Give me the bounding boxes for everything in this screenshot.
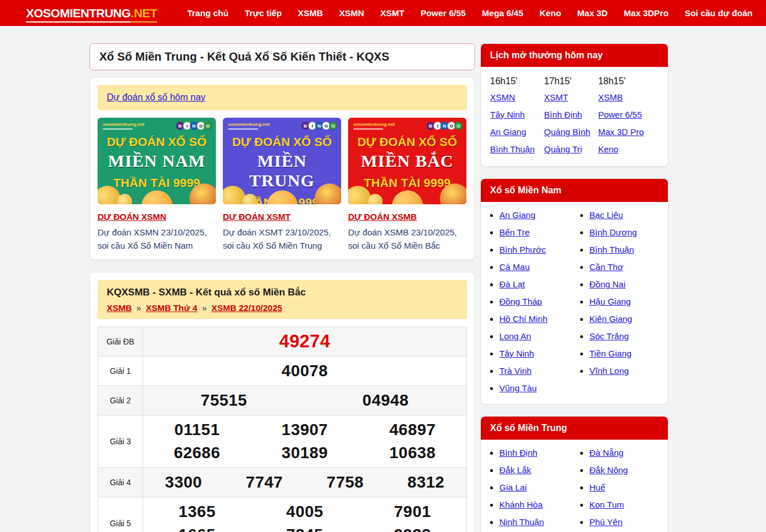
province-link[interactable]: Tiền Giang — [589, 349, 632, 358]
result-number: 8312 — [386, 471, 466, 494]
schedule-link[interactable]: Quảng Bình — [544, 127, 599, 137]
province-link[interactable]: An Giang — [499, 210, 536, 220]
province-link[interactable]: Đà Nẵng — [589, 448, 623, 458]
region-south-card: Xổ số Miền Nam An GiangBến TreBình Phước… — [480, 178, 668, 404]
province-link[interactable]: Bến Tre — [499, 227, 530, 237]
schedule-link[interactable]: Keno — [598, 144, 659, 154]
province-link[interactable]: Bình Phước — [499, 245, 546, 254]
schedule-link[interactable]: Tây Ninh — [490, 110, 544, 119]
province-link[interactable]: Kiên Giang — [589, 314, 632, 324]
prediction-caption-link[interactable]: DỰ ĐOÁN XSMN — [98, 212, 166, 222]
schedule-card-title: Lịch mở thưởng hôm nay — [481, 44, 668, 67]
nav-item[interactable]: Max 3DPro — [616, 1, 677, 25]
prediction-caption: DỰ ĐOÁN XSMNDự đoán XSMN 23/10/2025, soi… — [98, 212, 216, 252]
province-link[interactable]: Bạc Liêu — [589, 210, 623, 220]
result-number-line: 7551504948 — [143, 389, 466, 412]
schedule-link[interactable]: XSMN — [490, 92, 544, 102]
nav-item[interactable]: Quay thử — [761, 1, 766, 25]
top-navigation-bar: XOSOMIENTRUNG.NET Trang chủTrực tiếpXSMB… — [0, 0, 766, 26]
banner-image[interactable]: xosomientrung.netBINGODỰ ĐOÁN XỔ SỐMIỀN … — [348, 118, 466, 204]
schedule-column: 18h15'XSMBPower 6/55Max 3D ProKeno — [598, 76, 659, 162]
prediction-caption-link[interactable]: DỰ ĐOÁN XSMB — [348, 212, 417, 222]
site-logo-suffix: .NET — [130, 6, 157, 23]
province-list-item: Gia Lai — [499, 482, 573, 492]
province-link[interactable]: Vĩnh Long — [589, 366, 629, 376]
page-content: Xổ Số Miền Trung - Kết Quả Xổ Số Kiến Th… — [0, 26, 766, 532]
result-row-label: Giải 3 — [98, 415, 143, 467]
nav-item[interactable]: Max 3D — [569, 1, 616, 25]
province-list-item: Đà Lạt — [499, 279, 573, 289]
bingo-balls-icon: BINGO — [177, 122, 212, 130]
results-title: KQXSMB - SXMB - Kết quả xổ số Miền Bắc — [107, 287, 458, 298]
nav-item[interactable]: Keno — [532, 1, 570, 25]
province-link[interactable]: Đắk Nông — [589, 465, 628, 475]
banner-line2: MIỀN NAM — [98, 151, 216, 171]
province-link[interactable]: Bình Dương — [589, 227, 637, 237]
province-list-item: Cà Mau — [499, 262, 573, 272]
nav-item[interactable]: Soi cầu dự đoán — [677, 1, 761, 25]
province-link[interactable]: Trà Vinh — [499, 366, 532, 376]
nav-item[interactable]: XSMN — [331, 1, 372, 25]
schedule-link[interactable]: Quảng Trị — [544, 144, 599, 154]
province-list-item: Bình Thuận — [589, 245, 663, 254]
schedule-link[interactable]: Bình Thuận — [490, 144, 544, 154]
province-link[interactable]: Cà Mau — [499, 262, 530, 272]
province-link[interactable]: Đồng Nai — [589, 279, 626, 289]
banner-image[interactable]: xosomientrung.netBINGODỰ ĐOÁN XỔ SỐMIỀN … — [98, 118, 216, 204]
breadcrumb-link[interactable]: XSMB 22/10/2025 — [211, 303, 282, 313]
province-link[interactable]: Vũng Tàu — [499, 383, 537, 393]
prediction-caption-link[interactable]: DỰ ĐOÁN XSMT — [223, 212, 290, 222]
province-link[interactable]: Hậu Giang — [589, 297, 631, 306]
result-row-values: 40078 — [143, 357, 466, 385]
province-link[interactable]: Cần Thơ — [589, 262, 623, 272]
nav-item[interactable]: Trang chủ — [179, 1, 237, 25]
banner-image[interactable]: xosomientrung.netBINGODỰ ĐOÁN XỔ SỐMIỀN … — [223, 118, 341, 204]
province-link[interactable]: Phú Yên — [589, 517, 622, 527]
province-link[interactable]: Gia Lai — [499, 482, 527, 492]
province-link[interactable]: Đồng Tháp — [499, 297, 542, 306]
banner-line1: DỰ ĐOÁN XỔ SỐ — [223, 135, 341, 149]
schedule-link[interactable]: An Giang — [490, 127, 544, 137]
province-link[interactable]: Hồ Chí Minh — [499, 314, 547, 324]
schedule-link[interactable]: XSMB — [598, 92, 659, 102]
page-title: Xổ Số Miền Trung - Kết Quả Xổ Số Kiến Th… — [89, 43, 475, 70]
nav-item[interactable]: XSMB — [290, 1, 331, 25]
schedule-link[interactable]: XSMT — [544, 92, 599, 102]
province-link[interactable]: Ninh Thuận — [499, 517, 544, 527]
bingo-ball-icon: O — [204, 122, 212, 130]
province-link[interactable]: Khánh Hòa — [499, 500, 543, 509]
banner-watermark: xosomientrung.net — [228, 122, 270, 130]
nav-item[interactable]: XSMT — [372, 1, 413, 25]
prediction-captions: DỰ ĐOÁN XSMNDự đoán XSMN 23/10/2025, soi… — [98, 212, 467, 252]
breadcrumb-link[interactable]: XSMB Thứ 4 — [146, 303, 197, 313]
result-number: 01151 — [143, 418, 251, 441]
site-logo[interactable]: XOSOMIENTRUNG.NET — [26, 6, 157, 20]
schedule-link[interactable]: Power 6/55 — [598, 110, 659, 119]
province-link[interactable]: Đà Lạt — [499, 279, 525, 289]
nav-item[interactable]: Power 6/55 — [412, 1, 473, 25]
result-number: 9933 — [358, 523, 466, 532]
province-link[interactable]: Huế — [589, 482, 606, 492]
province-list-item: Trà Vinh — [499, 366, 573, 376]
prediction-header-link[interactable]: Dự đoán xổ số hôm nay — [107, 92, 205, 102]
schedule-link[interactable]: Max 3D Pro — [598, 127, 659, 137]
result-number-line: 3300774777588312 — [143, 471, 466, 494]
province-link[interactable]: Long An — [499, 331, 531, 341]
result-number-line: 136540057901 — [143, 500, 466, 523]
province-column: Bạc LiêuBình DươngBình ThuậnCần ThơĐồng … — [573, 210, 663, 400]
breadcrumb-link[interactable]: XSMB — [107, 303, 132, 313]
province-list-item: Hồ Chí Minh — [499, 314, 573, 324]
result-row-values: 7551504948 — [143, 386, 466, 415]
result-number: 4005 — [251, 500, 359, 523]
province-link[interactable]: Kon Tum — [589, 500, 624, 509]
breadcrumb: XSMB»XSMB Thứ 4»XSMB 22/10/2025 — [107, 303, 458, 313]
province-link[interactable]: Tây Ninh — [499, 349, 534, 358]
result-number: 7901 — [358, 500, 466, 523]
province-link[interactable]: Bình Định — [499, 448, 537, 458]
province-link[interactable]: Sóc Trăng — [589, 331, 629, 341]
schedule-link[interactable]: Bình Định — [544, 110, 599, 119]
province-link[interactable]: Đắk Lắk — [499, 465, 531, 475]
nav-item[interactable]: Mega 6/45 — [474, 1, 532, 25]
nav-item[interactable]: Trực tiếp — [237, 1, 290, 25]
province-link[interactable]: Bình Thuận — [589, 245, 634, 254]
